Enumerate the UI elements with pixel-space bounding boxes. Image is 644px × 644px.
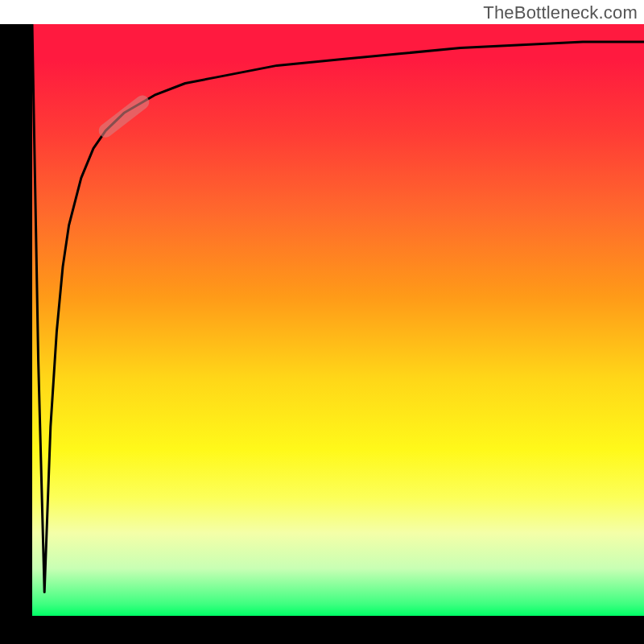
attribution-label: TheBottleneck.com: [483, 2, 638, 23]
x-axis: [0, 616, 644, 644]
highlight-marker: [105, 102, 142, 130]
chart-container: TheBottleneck.com: [0, 0, 644, 644]
y-axis: [0, 24, 32, 616]
curve-layer: [32, 24, 644, 616]
